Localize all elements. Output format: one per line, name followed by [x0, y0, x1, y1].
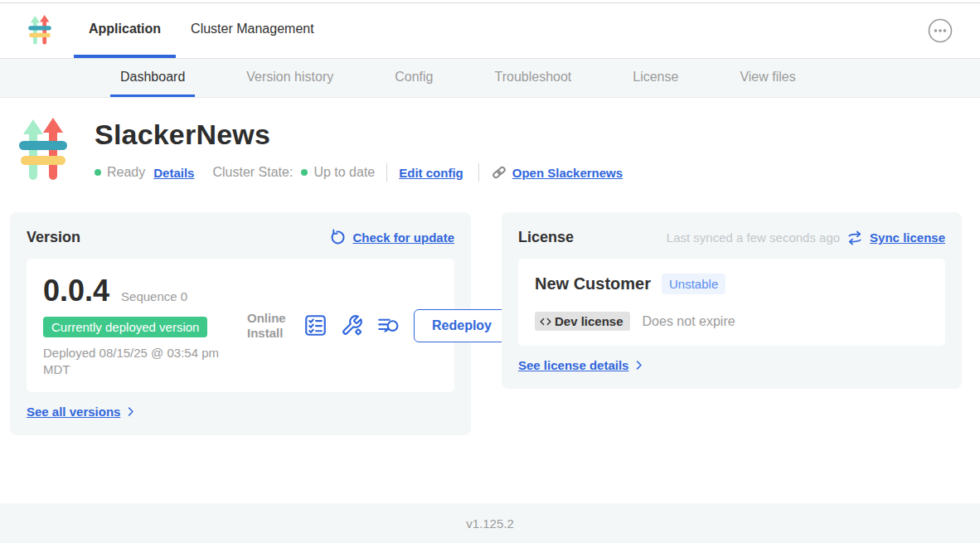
- cluster-state-dot: [301, 169, 308, 176]
- open-app-label: Open Slackernews: [512, 166, 623, 180]
- app-status-dot: [95, 169, 101, 176]
- version-sequence: Sequence 0: [121, 289, 187, 303]
- chevron-right-icon: [124, 405, 137, 418]
- subnav-item-license[interactable]: License: [623, 59, 688, 97]
- license-details-panel: New Customer Unstable Dev license Does n…: [518, 259, 945, 346]
- cluster-state-label: Cluster State:: [212, 165, 293, 180]
- see-license-details-row: See license details: [518, 358, 945, 372]
- app-status-row: Ready Details Cluster State: Up to date …: [95, 163, 634, 182]
- app-status-text: Ready: [107, 165, 145, 180]
- sync-license-group: Last synced a few seconds ago Sync licen…: [667, 230, 945, 246]
- version-card-header: Version Check for update: [27, 229, 454, 246]
- install-type-label: Online Install: [247, 311, 290, 340]
- subnav-item-config[interactable]: Config: [385, 59, 443, 97]
- cluster-state-value: Up to date: [313, 165, 375, 180]
- config-wrench-icon[interactable]: [341, 314, 363, 337]
- last-synced-text: Last synced a few seconds ago: [667, 230, 840, 245]
- license-card-title: License: [518, 229, 574, 246]
- tab-application[interactable]: Application: [74, 3, 176, 58]
- license-card-header: License Last synced a few seconds ago Sy…: [518, 229, 945, 246]
- see-all-versions-link[interactable]: See all versions: [27, 405, 120, 419]
- app-logo-icon: [27, 15, 52, 45]
- dashboard-cards: Version Check for update 0.0.4: [10, 212, 962, 435]
- version-card-title: Version: [27, 229, 80, 246]
- app-footer: v1.125.2: [0, 503, 980, 543]
- current-version-panel: 0.0.4 Sequence 0 Currently deployed vers…: [27, 259, 454, 392]
- view-logs-icon[interactable]: [377, 314, 400, 337]
- subnav-item-version-history[interactable]: Version history: [236, 59, 343, 97]
- top-tabs: Application Cluster Management: [74, 3, 329, 58]
- app-header-text: SlackerNews Ready Details Cluster State:…: [95, 116, 634, 182]
- dashboard-main: SlackerNews Ready Details Cluster State:…: [0, 98, 980, 503]
- customer-name: New Customer: [535, 274, 651, 293]
- license-type-badge: Dev license: [535, 312, 630, 331]
- deployed-status-badge: Currently deployed version: [43, 317, 207, 337]
- sync-license-link[interactable]: Sync license: [870, 230, 945, 245]
- header-right: [927, 3, 980, 58]
- chain-link-icon: [491, 164, 507, 181]
- deployed-timestamp: Deployed 08/15/25 @ 03:54 pm MDT: [43, 345, 230, 377]
- customer-row: New Customer Unstable: [535, 274, 929, 294]
- page-title: SlackerNews: [95, 119, 634, 151]
- see-all-versions-row: See all versions: [27, 405, 454, 419]
- tab-cluster-management[interactable]: Cluster Management: [176, 3, 329, 58]
- divider: [386, 163, 387, 182]
- chevron-right-icon: [633, 359, 645, 371]
- license-type-row: Dev license Does not expire: [535, 312, 929, 331]
- version-card: Version Check for update 0.0.4: [10, 212, 471, 435]
- redeploy-button[interactable]: Redeploy: [414, 309, 510, 342]
- app-header-block: SlackerNews Ready Details Cluster State:…: [18, 116, 962, 182]
- top-nav: Application Cluster Management: [0, 3, 980, 59]
- see-license-details-link[interactable]: See license details: [518, 358, 628, 372]
- sync-arrows-icon: [847, 230, 863, 246]
- license-expiry: Does not expire: [643, 314, 735, 329]
- console-version: v1.125.2: [466, 516, 514, 531]
- details-link[interactable]: Details: [153, 166, 194, 180]
- more-menu-icon[interactable]: [927, 17, 953, 44]
- subnav-item-troubleshoot[interactable]: Troubleshoot: [484, 59, 581, 97]
- check-update-group: Check for update: [328, 229, 454, 246]
- refresh-icon: [328, 229, 346, 246]
- version-number-row: 0.0.4 Sequence 0: [43, 274, 240, 308]
- app-subnav: Dashboard Version history Config Trouble…: [0, 59, 980, 98]
- channel-badge: Unstable: [662, 274, 725, 294]
- subnav-item-view-files[interactable]: View files: [730, 59, 805, 97]
- preflight-checks-icon[interactable]: [304, 314, 327, 337]
- page: Application Cluster Management Dashboard…: [0, 0, 980, 543]
- subnav-item-dashboard[interactable]: Dashboard: [110, 59, 195, 97]
- edit-config-link[interactable]: Edit config: [399, 166, 463, 180]
- license-card: License Last synced a few seconds ago Sy…: [502, 212, 962, 389]
- check-for-update-link[interactable]: Check for update: [352, 230, 454, 245]
- divider: [478, 163, 479, 182]
- license-type-label: Dev license: [555, 314, 623, 328]
- version-row: 0.0.4 Sequence 0 Currently deployed vers…: [43, 274, 438, 377]
- version-info: 0.0.4 Sequence 0 Currently deployed vers…: [43, 274, 240, 377]
- open-app-link[interactable]: Open Slackernews: [491, 164, 623, 181]
- code-icon: [539, 316, 552, 327]
- version-actions: Online Install: [247, 309, 510, 342]
- slackernews-logo: [18, 117, 68, 182]
- version-number: 0.0.4: [43, 274, 109, 308]
